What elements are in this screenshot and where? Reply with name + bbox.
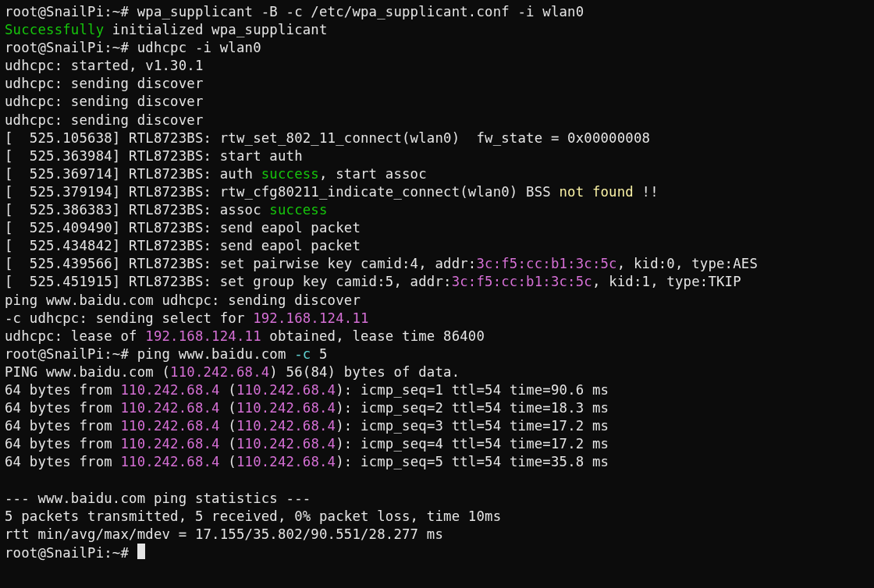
ip-addr: 110.242.68.4 [236,400,336,416]
status-success: success [261,166,319,182]
text: ): [336,436,361,452]
udhcpc-line: udhcpc: sending discover [5,94,204,109]
ip-addr: 110.242.68.4 [236,382,336,398]
ip-addr: 192.168.124.11 [145,328,261,344]
ip-addr: 110.242.68.4 [120,382,219,398]
text: 64 bytes from [5,454,120,469]
udhcpc-line: udhcpc: sending discover [5,112,204,128]
kernel-log: [ 525.434842] RTL8723BS: send eapol pack… [5,238,361,253]
text: ( [220,418,236,434]
status-success: success [269,202,327,218]
text: ) 56(84) bytes of data. [269,364,460,380]
status-success: Successfully [5,22,104,37]
text: ): [336,454,361,469]
ip-addr: 110.242.68.4 [236,418,336,434]
text: 64 bytes from [5,418,120,434]
text: , kid:0, type:AES [617,256,758,271]
kernel-log: [ 525.105638] RTL8723BS: rtw_set_802_11_… [5,130,650,146]
kernel-log: [ 525.451915] RTL8723BS: set group key c… [5,274,452,289]
kernel-log: [ 525.369714] RTL8723BS: auth [5,166,261,182]
ping-stats-header: --- www.baidu.com ping statistics --- [5,491,311,506]
ip-addr: 110.242.68.4 [170,364,269,380]
text: PING www.baidu.com ( [5,364,170,380]
kernel-log: [ 525.439566] RTL8723BS: set pairwise ke… [5,256,476,271]
text: ( [220,436,236,452]
kernel-log: [ 525.386383] RTL8723BS: assoc [5,202,269,218]
mixed-line: ping www.baidu.com udhcpc: sending disco… [5,292,361,308]
udhcpc-line: udhcpc: sending discover [5,76,204,91]
text: ( [220,382,236,398]
udhcpc-line: udhcpc: started, v1.30.1 [5,58,204,73]
text: initialized wpa_supplicant [104,22,327,37]
text: ): [336,382,361,398]
text: 64 bytes from [5,400,120,416]
ping-reply: icmp_seq=4 ttl=54 time=17.2 ms [361,436,609,452]
text: obtained, lease time 86400 [261,328,485,344]
prompt: root@SnailPi:~# [5,545,137,561]
mac-addr: 3c:f5:cc:b1:3c:5c [452,274,592,289]
ping-reply: icmp_seq=3 ttl=54 time=17.2 ms [361,418,609,434]
ping-stats: 5 packets transmitted, 5 received, 0% pa… [5,508,501,524]
kernel-log: [ 525.379194] RTL8723BS: rtw_cfg80211_in… [5,184,559,200]
ping-reply: icmp_seq=1 ttl=54 time=90.6 ms [361,382,609,398]
prompt: root@SnailPi:~# [5,346,137,362]
text: -c udhcpc: sending select for [5,310,253,326]
text: , start assoc [319,166,427,182]
kernel-log: [ 525.409490] RTL8723BS: send eapol pack… [5,220,361,236]
cursor[interactable] [137,544,145,559]
ip-addr: 110.242.68.4 [120,400,219,416]
ip-addr: 110.242.68.4 [120,418,219,434]
text: , kid:1, type:TKIP [592,274,741,289]
cmd: 5 [311,346,327,362]
text: ( [220,400,236,416]
cmd: ping www.baidu.com [137,346,294,362]
text: udhcpc: lease of [5,328,145,344]
cmd-flag: -c [294,346,311,362]
kernel-log: [ 525.363984] RTL8723BS: start auth [5,148,303,164]
cmd: udhcpc -i wlan0 [137,40,261,55]
text: ): [336,418,361,434]
ping-stats: rtt min/avg/max/mdev = 17.155/35.802/90.… [5,526,443,542]
text: ( [220,454,236,469]
mac-addr: 3c:f5:cc:b1:3c:5c [476,256,616,271]
prompt: root@SnailPi:~# [5,40,137,55]
prompt: root@SnailPi:~# [5,4,137,19]
text: 64 bytes from [5,382,120,398]
ip-addr: 110.242.68.4 [236,436,336,452]
text: !! [634,184,659,200]
ip-addr: 110.242.68.4 [236,454,336,469]
cmd: wpa_supplicant -B -c /etc/wpa_supplicant… [137,4,584,19]
ip-addr: 110.242.68.4 [120,454,219,469]
ping-reply: icmp_seq=5 ttl=54 time=35.8 ms [361,454,609,469]
text: ): [336,400,361,416]
text: 64 bytes from [5,436,120,452]
terminal-output[interactable]: root@SnailPi:~# wpa_supplicant -B -c /et… [0,0,874,565]
ping-reply: icmp_seq=2 ttl=54 time=18.3 ms [361,400,609,416]
status-warn: not found [559,184,633,200]
ip-addr: 192.168.124.11 [253,310,368,326]
ip-addr: 110.242.68.4 [120,436,219,452]
